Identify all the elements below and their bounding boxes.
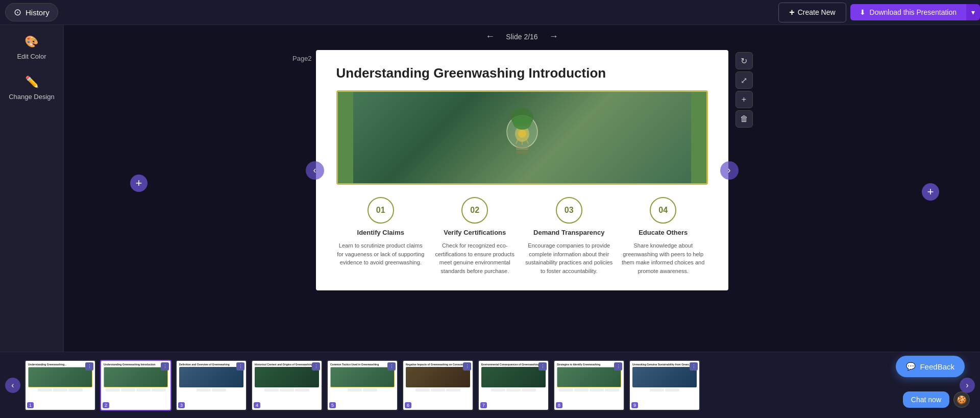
add-slide-left-button[interactable]: +	[130, 175, 148, 192]
thumb-img-7	[481, 367, 546, 387]
svg-rect-6	[516, 146, 528, 150]
point-item-2: 02 Verify Certifications Check for recog…	[430, 197, 520, 275]
thumbnail-strip: ‹ Understanding Greenwashing... 1 ⋮ Unde…	[0, 352, 980, 418]
change-design-label: Change Design	[9, 93, 55, 101]
download-label: Download this Presentation	[870, 8, 957, 16]
thumb-dot	[363, 388, 377, 391]
thumb-dot	[559, 388, 573, 391]
thumb-dot	[665, 388, 679, 391]
thumb-dot	[295, 388, 309, 391]
slide-right-arrow-button[interactable]: ›	[720, 161, 739, 180]
thumb-badge-9: 9	[631, 402, 638, 408]
thumb-title-5: Common Tactics Used in Greenwashing	[330, 363, 395, 366]
thumbnail-8[interactable]: Strategies to Identify Greenwashing 8 ⋮	[553, 360, 625, 411]
thumb-action-8[interactable]: ⋮	[614, 362, 622, 371]
history-button[interactable]: ⊙ History	[5, 3, 58, 21]
thumb-img-2	[104, 367, 168, 387]
feedback-icon: 💬	[906, 362, 916, 371]
svg-rect-7	[516, 151, 528, 154]
thumb-dot	[197, 388, 211, 391]
chat-now-popup[interactable]: Chat now	[903, 391, 949, 408]
create-new-button[interactable]: + Create New	[778, 3, 846, 22]
strip-prev-button[interactable]: ‹	[5, 378, 20, 393]
thumb-dot	[264, 388, 279, 391]
thumbnail-6[interactable]: Negative Impacts of Greenwashing on Cons…	[402, 360, 474, 411]
chat-now-label: Chat now	[911, 396, 941, 404]
thumb-action-3[interactable]: ⋮	[236, 362, 244, 371]
thumbnail-2[interactable]: Understanding Greenwashing Introduction …	[100, 360, 172, 411]
thumb-img-5	[330, 367, 395, 387]
delete-tool-button[interactable]: 🗑	[736, 110, 753, 128]
plus-icon: +	[789, 7, 795, 18]
thumbnail-5[interactable]: Common Tactics Used in Greenwashing 5 ⋮	[327, 360, 398, 411]
thumb-badge-4: 4	[254, 402, 260, 408]
thumb-dots-8	[557, 388, 621, 391]
slide-content: Understanding Greenwashing Introduction	[316, 50, 728, 290]
thumb-dot	[280, 388, 294, 391]
thumb-action-2[interactable]: ⋮	[161, 362, 169, 371]
feedback-button[interactable]: 💬 FeedBack	[896, 356, 965, 377]
thumb-badge-2: 2	[103, 402, 109, 408]
download-dropdown-arrow[interactable]: ▾	[966, 4, 980, 20]
thumb-badge-8: 8	[556, 402, 562, 408]
point-item-3: 03 Demand Transparency Encourage compani…	[525, 197, 614, 275]
thumb-badge-1: 1	[27, 402, 34, 408]
thumb-title-2: Understanding Greenwashing Introduction	[104, 363, 168, 366]
thumbnail-7[interactable]: Environmental Consequences of Greenwashi…	[478, 360, 549, 411]
thumb-action-6[interactable]: ⋮	[463, 362, 471, 371]
point-desc-1: Learn to scrutinize product claims for v…	[336, 241, 426, 267]
design-icon: ✏️	[25, 76, 39, 89]
slide-next-nav-button[interactable]: →	[546, 30, 561, 43]
sidebar-item-change-design[interactable]: ✏️ Change Design	[9, 76, 55, 101]
download-button[interactable]: ⬇ Download this Presentation	[850, 4, 966, 20]
plus-icon: +	[136, 177, 142, 190]
thumbnail-9[interactable]: Unmasking Genuine Sustainability from Gr…	[629, 360, 700, 411]
thumbnail-3[interactable]: Definition and Overview of Greenwashing …	[176, 360, 247, 411]
plus-tool-button[interactable]: +	[736, 91, 753, 108]
left-sidebar: 🎨 Edit Color ✏️ Change Design	[0, 25, 64, 352]
thumb-dot	[212, 388, 226, 391]
thumb-dots-7	[481, 388, 546, 391]
point-desc-3: Encourage companies to provide complete …	[525, 241, 614, 275]
sidebar-item-edit-color[interactable]: 🎨 Edit Color	[17, 35, 46, 60]
thumb-dot	[605, 388, 619, 391]
thumb-badge-5: 5	[329, 402, 336, 408]
thumb-dot	[574, 388, 589, 391]
thumb-title-8: Strategies to Identify Greenwashing	[557, 363, 621, 366]
thumbnail-1[interactable]: Understanding Greenwashing... 1 ⋮	[24, 360, 96, 411]
slide-info: Slide 2/16	[506, 33, 537, 41]
bulb-illustration	[502, 107, 543, 168]
thumb-dots-5	[330, 388, 395, 391]
thumb-dot	[650, 388, 664, 391]
point-circle-3: 03	[556, 197, 582, 224]
resize-tool-button[interactable]: ⤢	[736, 71, 753, 89]
palette-icon: 🎨	[24, 35, 38, 48]
slide-image	[336, 90, 708, 185]
point-title-1: Identify Claims	[357, 229, 404, 236]
thumb-action-4[interactable]: ⋮	[312, 362, 320, 371]
thumb-action-5[interactable]: ⋮	[387, 362, 396, 371]
thumbnail-4[interactable]: Historical Context and Origins of Greenw…	[251, 360, 323, 411]
cookie-icon: 🍪	[957, 395, 967, 405]
thumb-title-7: Environmental Consequences of Greenwashi…	[481, 363, 546, 366]
thumb-dots-6	[406, 388, 470, 391]
thumb-action-9[interactable]: ⋮	[690, 362, 698, 371]
point-desc-2: Check for recognized eco-certifications …	[430, 241, 520, 275]
strip-next-button[interactable]: ›	[960, 378, 975, 393]
slide-title: Understanding Greenwashing Introduction	[336, 65, 708, 81]
slide-prev-nav-button[interactable]: ←	[482, 30, 498, 43]
slide-left-arrow-button[interactable]: ‹	[306, 161, 324, 180]
thumb-action-7[interactable]: ⋮	[538, 362, 547, 371]
refresh-tool-button[interactable]: ↻	[736, 52, 753, 69]
add-slide-right-button[interactable]: +	[922, 183, 939, 201]
download-icon: ⬇	[860, 8, 866, 16]
thumb-title-6: Negative Impacts of Greenwashing on Cons…	[406, 363, 470, 366]
cookie-settings-button[interactable]: 🍪	[953, 391, 970, 408]
thumb-dots-4	[255, 388, 319, 391]
thumb-dot	[522, 388, 536, 391]
thumb-dot	[121, 388, 135, 391]
point-title-2: Verify Certifications	[444, 229, 506, 236]
thumb-action-1[interactable]: ⋮	[85, 362, 93, 371]
thumb-title-3: Definition and Overview of Greenwashing	[179, 363, 243, 366]
thumb-badge-7: 7	[480, 402, 487, 408]
